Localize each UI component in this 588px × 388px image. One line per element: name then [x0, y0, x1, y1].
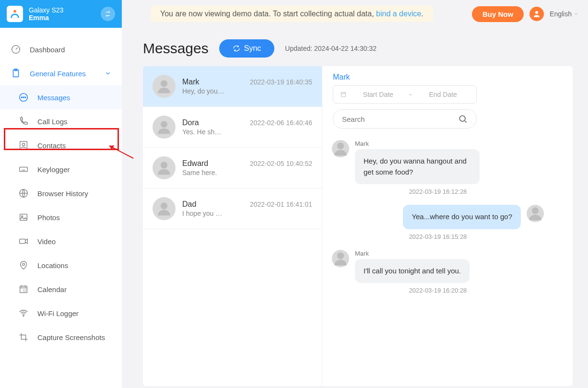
svg-rect-15 [20, 239, 25, 243]
search-input-wrapper[interactable] [333, 109, 477, 129]
conversation-list: Mark2022-03-19 16:40:35Hey, do you…Dora2… [143, 66, 322, 386]
device-user: Emma [29, 14, 101, 22]
sidebar-item-locations[interactable]: Locations [0, 253, 122, 277]
sidebar-label: Dashboard [30, 46, 65, 54]
sidebar-item-keylogger[interactable]: Keylogger [0, 157, 122, 181]
refresh-icon [233, 45, 240, 52]
chat-header: Mark [322, 66, 573, 85]
buy-now-button[interactable]: Buy Now [472, 6, 524, 22]
message-bubble: Hey, do you wanna hangout and get some f… [355, 149, 480, 184]
svg-point-27 [532, 207, 539, 214]
sidebar-item-label: Messages [37, 94, 70, 102]
sync-button[interactable]: Sync [219, 39, 275, 58]
svg-point-1 [535, 11, 538, 14]
sidebar-item-wi-fi-logger[interactable]: Wi-Fi Logger [0, 301, 122, 325]
conversation-time: 2022-03-19 16:40:35 [250, 78, 312, 86]
sidebar-item-label: Photos [37, 213, 60, 222]
message-bubble: I'll call you tonight and tell you. [355, 259, 470, 283]
chat-body[interactable]: MarkHey, do you wanna hangout and get so… [322, 135, 573, 386]
header-right: You are now viewing demo data. To start … [122, 6, 578, 22]
avatar-icon [153, 75, 176, 98]
avatar-icon [153, 197, 176, 220]
wifi-icon [18, 308, 29, 318]
date-range-input[interactable]: Start Date - End Date [333, 85, 477, 104]
svg-rect-24 [341, 93, 345, 97]
svg-point-0 [13, 10, 16, 13]
avatar-icon [332, 140, 349, 157]
svg-rect-13 [20, 214, 27, 221]
conversation-name: Edward [182, 159, 208, 168]
conversation-item[interactable]: Mark2022-03-19 16:40:35Hey, do you… [143, 66, 322, 107]
message-timestamp: 2022-03-19 16:20:28 [332, 287, 544, 294]
language-label: English [550, 10, 572, 18]
svg-point-19 [23, 316, 24, 317]
sidebar-item-label: Video [37, 237, 56, 246]
sidebar-item-label: Call Logs [37, 118, 68, 126]
avatar-icon [527, 205, 544, 222]
svg-point-6 [21, 97, 22, 98]
sidebar-item-messages[interactable]: Messages [0, 85, 122, 109]
message-row: MarkI'll call you tonight and tell you. [332, 250, 544, 283]
conversation-name: Dora [182, 118, 199, 127]
crop-icon [18, 332, 29, 342]
sidebar-item-calendar[interactable]: 12Calendar [0, 277, 122, 301]
sidebar-item-dashboard[interactable]: Dashboard [0, 37, 122, 61]
message-sender: Mark [355, 140, 480, 147]
conversation-item[interactable]: Dad2022-02-01 16:41:01I hope you … [143, 188, 322, 229]
swap-device-button[interactable] [101, 7, 115, 21]
sidebar-item-capture-screenshots[interactable]: Capture Screenshots [0, 325, 122, 349]
svg-point-7 [23, 97, 24, 98]
conversation-time: 2022-02-05 10:40:52 [250, 160, 312, 167]
language-selector[interactable]: English [550, 10, 578, 18]
avatar-icon [153, 156, 176, 179]
search-icon [458, 114, 468, 124]
sidebar-item-label: Locations [37, 261, 68, 270]
sidebar-section-label: General Features [30, 70, 86, 78]
conversation-time: 2022-02-06 16:40:46 [250, 119, 312, 127]
image-icon [18, 212, 29, 223]
sidebar: Dashboard General Features MessagesCall … [0, 28, 122, 388]
avatar-icon [153, 116, 176, 139]
svg-point-25 [459, 116, 465, 121]
gauge-icon [11, 44, 21, 55]
messages-panel: Mark2022-03-19 16:40:35Hey, do you…Dora2… [143, 66, 573, 386]
chat-icon [18, 92, 29, 103]
chat-filters: Start Date - End Date [322, 85, 573, 135]
svg-point-28 [337, 252, 344, 259]
main-content: Messages Sync Updated: 2024-04-22 14:30:… [122, 28, 588, 388]
contacts-icon [18, 140, 29, 151]
bind-device-link[interactable]: bind a device [376, 10, 421, 18]
user-avatar-button[interactable] [529, 7, 544, 21]
page-header: Messages Sync Updated: 2024-04-22 14:30:… [143, 39, 573, 58]
sidebar-item-photos[interactable]: Photos [0, 205, 122, 229]
sidebar-item-browser-history[interactable]: Browser History [0, 181, 122, 205]
sync-label: Sync [244, 44, 261, 53]
sidebar-item-label: Browser History [37, 189, 88, 198]
sidebar-item-video[interactable]: Video [0, 229, 122, 253]
message-timestamp: 2022-03-19 16:12:28 [332, 188, 544, 195]
conversation-time: 2022-02-01 16:41:01 [250, 200, 312, 208]
chevron-down-icon [574, 12, 578, 16]
page-title: Messages [143, 40, 209, 57]
sidebar-item-call-logs[interactable]: Call Logs [0, 109, 122, 133]
conversation-preview: Hey, do you… [182, 87, 254, 95]
calendar-icon: 12 [18, 284, 29, 294]
sidebar-item-label: Calendar [37, 285, 67, 294]
svg-point-23 [161, 202, 167, 209]
phone-icon [18, 116, 29, 127]
sidebar-section-general[interactable]: General Features [0, 61, 122, 85]
sidebar-item-contacts[interactable]: Contacts [0, 133, 122, 157]
sidebar-item-label: Capture Screenshots [37, 333, 105, 341]
globe-icon [18, 188, 29, 199]
svg-text:12: 12 [23, 289, 26, 292]
sidebar-item-label: Wi-Fi Logger [37, 309, 79, 317]
conversation-name: Dad [182, 200, 196, 209]
demo-text: You are now viewing demo data. To start … [160, 10, 376, 18]
chat-pane: Mark Start Date - End Date MarkHey, do y… [322, 66, 573, 386]
message-row: MarkHey, do you wanna hangout and get so… [332, 140, 544, 184]
conversation-name: Mark [182, 78, 200, 86]
conversation-item[interactable]: Edward2022-02-05 10:40:52Same here. [143, 148, 322, 188]
search-input[interactable] [342, 115, 447, 123]
conversation-item[interactable]: Dora2022-02-06 16:40:46Yes. He sh… [143, 107, 322, 148]
header-bar: Galaxy S23 Emma You are now viewing demo… [0, 0, 588, 28]
